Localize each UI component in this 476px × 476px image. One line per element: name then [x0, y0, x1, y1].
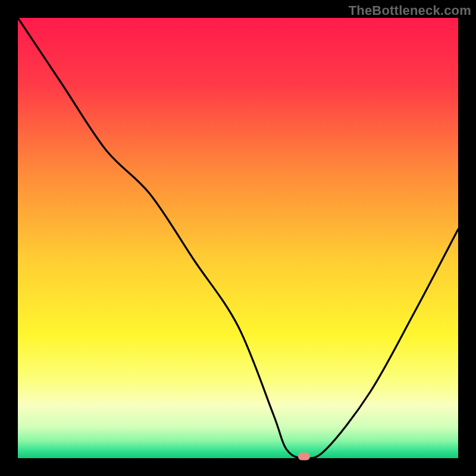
chart-frame: TheBottleneck.com — [0, 0, 476, 476]
optimal-marker — [298, 453, 310, 461]
bottleneck-curve — [18, 18, 458, 458]
watermark-text: TheBottleneck.com — [349, 3, 471, 18]
plot-area — [18, 18, 458, 458]
